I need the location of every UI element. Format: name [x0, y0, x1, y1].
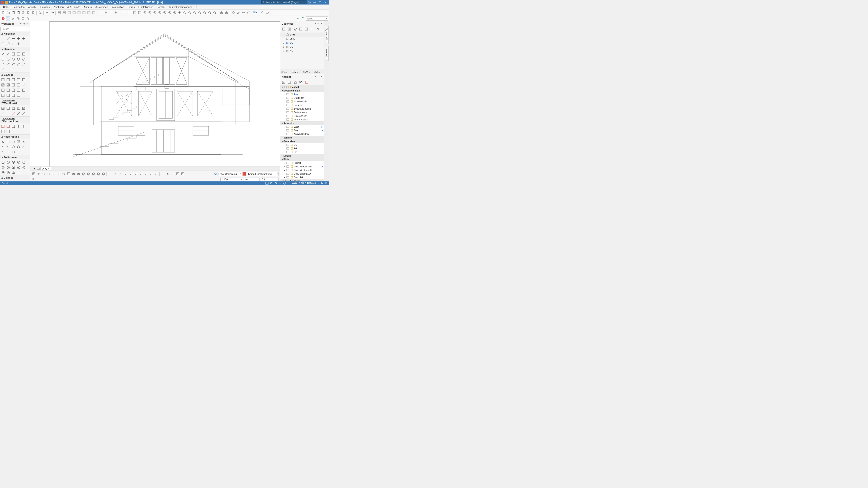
- toolbar-btn-14[interactable]: [62, 10, 66, 15]
- tool-ausfertigung-13[interactable]: [16, 150, 21, 155]
- snap-icon[interactable]: [274, 182, 277, 185]
- toolbar-btn-13[interactable]: [57, 10, 61, 15]
- tool-dach-2[interactable]: [11, 124, 16, 129]
- toolbar-btn-22[interactable]: [98, 10, 103, 15]
- toolbar-btn-40[interactable]: [182, 10, 187, 15]
- tool-ausfertigung-1[interactable]: [6, 139, 11, 144]
- bottom-btn-17[interactable]: [113, 172, 117, 176]
- toolbar-btn-54[interactable]: [246, 10, 250, 15]
- tool-freiformen-4[interactable]: [21, 160, 26, 165]
- view-grundrisse[interactable]: ▾Grundrisse: [280, 139, 324, 143]
- tool-freiformen-5[interactable]: [0, 165, 5, 170]
- tool-wand-4[interactable]: [21, 106, 26, 111]
- bottom-btn-26[interactable]: [154, 172, 158, 176]
- tool-hilfslinien-6[interactable]: [6, 41, 11, 46]
- view-draufsicht[interactable]: Draufsicht: [280, 96, 324, 100]
- view-projekt[interactable]: ▸Projekt: [280, 161, 324, 165]
- floor-tab-1[interactable]: M...: [291, 69, 303, 74]
- tool-bauteile-13[interactable]: [16, 88, 21, 93]
- view-pdf-icon[interactable]: [304, 80, 309, 85]
- tool-dach-6[interactable]: [6, 129, 11, 134]
- floor-tool-6[interactable]: [315, 27, 320, 32]
- tool-ausfertigung-3[interactable]: [16, 139, 21, 144]
- tool-wand-7[interactable]: [11, 111, 16, 116]
- view-new-icon[interactable]: [281, 80, 286, 85]
- toolbar-btn-18[interactable]: [82, 10, 86, 15]
- tool-bauteile-4[interactable]: [21, 77, 26, 82]
- tool-ausfertigung-9[interactable]: [21, 144, 26, 149]
- tools-search[interactable]: [0, 27, 29, 31]
- group-ausfertigung[interactable]: ◢Ausfertigung: [0, 135, 30, 139]
- toolbar-btn-8[interactable]: [38, 10, 42, 15]
- panel-pin-icon[interactable]: ⊣: [23, 22, 25, 25]
- tools-search-input[interactable]: [2, 28, 30, 30]
- bottom-btn-24[interactable]: [144, 172, 149, 176]
- tool-wand-1[interactable]: [6, 106, 11, 111]
- menu-ändern[interactable]: Ändern: [82, 5, 94, 9]
- bottom-btn-22[interactable]: [134, 172, 138, 176]
- tool-wand-9[interactable]: [21, 111, 26, 116]
- bottom-btn-28[interactable]: [160, 172, 165, 176]
- view-west[interactable]: West⟳: [280, 125, 324, 129]
- paper-combo[interactable]: A3▾: [260, 177, 279, 181]
- tool-ausfertigung-4[interactable]: A: [21, 139, 26, 144]
- tool-elemente-4[interactable]: [21, 52, 26, 57]
- restriction-combo[interactable]: Keine Einschränkung▾: [247, 172, 279, 176]
- toolbar-btn-43[interactable]: [197, 10, 202, 15]
- tool-hilfslinien-7[interactable]: [11, 41, 16, 46]
- 3d-toggle[interactable]: 3D▸: [253, 10, 257, 15]
- view-doku-eg[interactable]: ▸Doku EG: [280, 175, 324, 179]
- bottom-btn-2[interactable]: [41, 172, 46, 176]
- close-icon[interactable]: ✕: [48, 168, 49, 170]
- tool-ausfertigung-5[interactable]: [0, 144, 5, 149]
- group-gelaende[interactable]: ◢Gelände: [0, 176, 30, 180]
- tool-dach-0[interactable]: [0, 124, 5, 129]
- tool-wand-2[interactable]: [11, 106, 16, 111]
- tool-ausfertigung-11[interactable]: [6, 150, 11, 155]
- tool-freiformen-10[interactable]: [0, 170, 5, 175]
- view-modellansichten[interactable]: ▾Modellansichten: [280, 89, 324, 92]
- bottom-btn-0[interactable]: [31, 172, 36, 176]
- unit-combo[interactable]: cm▾: [244, 177, 260, 181]
- tool-dach-4[interactable]: [21, 124, 26, 129]
- panel-close-icon[interactable]: ✕: [320, 75, 323, 78]
- tool-bauteile-16[interactable]: [6, 93, 11, 98]
- group-dach[interactable]: ◢Erweiterte Dachfunktion...: [0, 117, 30, 123]
- menu-fenster[interactable]: Fenster: [155, 5, 167, 9]
- floor-tab-2[interactable]: Ar...: [302, 69, 313, 74]
- floor-tool-2[interactable]: [292, 27, 298, 32]
- view-3d-button[interactable]: 3D: [298, 80, 304, 85]
- menu-ansicht[interactable]: Ansicht: [26, 5, 38, 9]
- bottom-btn-9[interactable]: [76, 172, 81, 176]
- view-dg[interactable]: DG: [280, 143, 324, 147]
- toolbar-btn-49[interactable]: [224, 10, 228, 15]
- toolbar-btn-36[interactable]: [162, 10, 167, 15]
- close-button[interactable]: ✕: [323, 0, 328, 4]
- tool-elemente-0[interactable]: [0, 52, 5, 57]
- tool-freiformen-0[interactable]: [0, 160, 5, 165]
- bottom-btn-25[interactable]: [149, 172, 153, 176]
- toolbar-btn-53[interactable]: [241, 10, 246, 15]
- tool-elemente-5[interactable]: [0, 57, 5, 62]
- toolbar-btn-44[interactable]: [202, 10, 207, 15]
- toolbar-btn-5[interactable]: [26, 10, 30, 15]
- toolbar-btn-58[interactable]: [260, 10, 265, 15]
- tab-a-a[interactable]: A-A✕: [40, 167, 51, 170]
- bottom-btn-1[interactable]: [36, 172, 41, 176]
- view-copy-icon[interactable]: [292, 80, 298, 85]
- tool-bauteile-9[interactable]: [21, 83, 26, 88]
- bottom-btn-8[interactable]: [71, 172, 76, 176]
- toolbar-btn-3[interactable]: [16, 10, 20, 15]
- toolbar-btn-46[interactable]: [212, 10, 217, 15]
- menu-tastenkombinationen[interactable]: Tastenkombinationen: [167, 5, 194, 9]
- toolbar-btn-16[interactable]: [72, 10, 76, 15]
- floor-tool-4[interactable]: [304, 27, 309, 32]
- minimize-button[interactable]: —: [312, 0, 317, 4]
- menu-datei[interactable]: Datei: [1, 5, 11, 9]
- phase-color[interactable]: [243, 172, 246, 175]
- tool-ausfertigung-7[interactable]: [11, 144, 16, 149]
- tool-bauteile-7[interactable]: [11, 83, 16, 88]
- group-hilfslinien[interactable]: ◢Hilfslinien: [0, 32, 30, 36]
- tool-hilfslinien-2[interactable]: [11, 36, 16, 41]
- tool-bauteile-3[interactable]: [16, 77, 21, 82]
